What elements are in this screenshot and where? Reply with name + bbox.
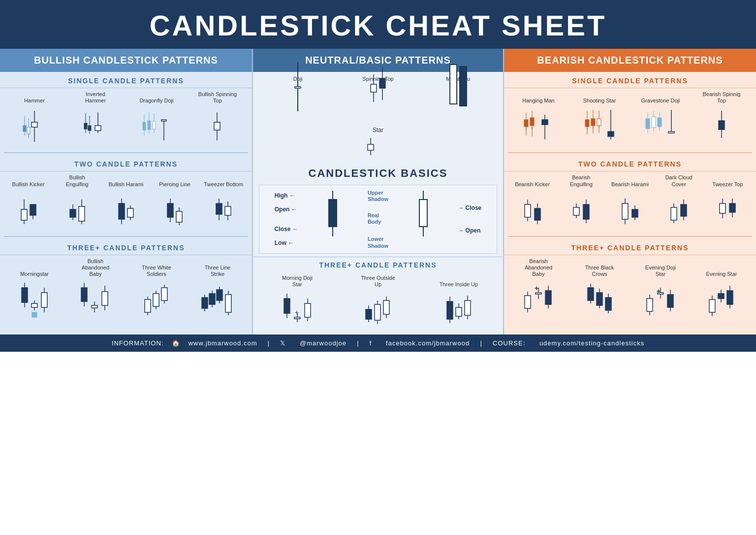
pattern-bullish-abandoned-baby: Bullish Abandoned Baby — [76, 258, 115, 320]
bullish-three-patterns: Morningstar — [0, 255, 252, 324]
basics-bearish-candle — [325, 190, 340, 249]
tweezer-top-candle — [716, 190, 739, 229]
dragonfly-doji-candle — [140, 108, 172, 145]
bearish-harami-candle — [618, 190, 642, 229]
pattern-three-outside-up: Three Outside Up — [358, 275, 398, 330]
svg-rect-19 — [153, 121, 156, 129]
pattern-three-inside-up: Three Inside Up — [439, 281, 478, 330]
svg-rect-142 — [465, 301, 471, 315]
bullish-column: BULLISH CANDLESTICK PATTERNS SINGLE CAND… — [0, 49, 252, 334]
bearish-single-title: SINGLE CANDLE PATTERNS — [504, 72, 756, 88]
marubozu-candle — [446, 60, 471, 124]
pattern-marubozu: Marubozu — [439, 76, 478, 125]
pattern-bullish-harami: Bullish Harami — [106, 181, 146, 230]
svg-rect-192 — [632, 209, 638, 217]
svg-rect-73 — [102, 292, 108, 305]
label-close-right: → Close — [458, 204, 481, 211]
bearish-divider-2 — [508, 236, 752, 237]
svg-rect-201 — [720, 203, 725, 213]
pattern-bullish-kicker: Bullish Kicker — [9, 181, 48, 230]
bearish-single-patterns: Hanging Man — [504, 88, 756, 150]
svg-rect-180 — [535, 208, 540, 220]
svg-rect-105 — [450, 65, 457, 104]
svg-rect-60 — [32, 303, 37, 307]
svg-rect-177 — [525, 204, 531, 217]
svg-rect-82 — [161, 288, 167, 301]
svg-rect-79 — [153, 294, 159, 306]
footer: INFORMATION: 🏠 www.jbmarwood.com | 𝕏 @ma… — [0, 334, 756, 352]
pattern-bullish-spinning-top: Bullish Spinning Top — [198, 91, 237, 146]
svg-rect-106 — [460, 67, 467, 106]
svg-rect-172 — [668, 132, 674, 133]
svg-rect-189 — [622, 203, 628, 219]
svg-rect-108 — [368, 144, 374, 150]
pattern-evening-doji-star: Evening Doji Star + — [641, 265, 680, 320]
basics-bullish-candle — [416, 190, 431, 249]
pattern-gravestone-doji: Gravestone Doji — [641, 98, 680, 146]
bullish-engulfing-candle — [65, 190, 90, 229]
pattern-bearish-spinning-top: Bearish Spinnig Top — [702, 91, 741, 146]
svg-rect-195 — [671, 207, 677, 220]
pattern-piercing-line: Piercing Line — [155, 181, 194, 230]
pattern-three-line-strike: Three Line Strike — [198, 265, 237, 320]
svg-rect-42 — [127, 208, 133, 217]
svg-rect-170 — [658, 118, 662, 127]
bearish-abandoned-baby-candle: + — [521, 277, 556, 319]
svg-rect-242 — [727, 291, 733, 304]
label-upper-shadow: UpperShadow — [368, 190, 388, 202]
svg-rect-10 — [88, 126, 91, 131]
footer-twitter-icon: 𝕏 — [280, 339, 285, 347]
bullish-harami-candle — [114, 190, 138, 229]
pattern-tweezer-bottom: Tweezer Bottom — [204, 181, 243, 230]
svg-rect-226 — [647, 299, 653, 311]
doji-candle — [288, 60, 308, 124]
svg-rect-168 — [652, 117, 656, 128]
svg-rect-57 — [22, 288, 28, 302]
pattern-dragonfly-doji: Dragonfly Doji — [137, 98, 176, 146]
svg-rect-85 — [202, 298, 208, 308]
svg-rect-111 — [329, 200, 337, 227]
svg-rect-100 — [371, 84, 377, 92]
svg-rect-127 — [366, 309, 372, 319]
main-wrapper: CANDLESTICK CHEAT SHEET BULLISH CANDLEST… — [0, 0, 756, 352]
basics-box: High ← Open ← Close ← Low ← UpperShadow — [259, 185, 497, 254]
dark-cloud-cover-candle — [667, 190, 691, 229]
pattern-hanging-man: Hanging Man — [519, 98, 558, 146]
svg-rect-117 — [284, 299, 290, 313]
svg-rect-33 — [70, 209, 76, 217]
footer-website: www.jbmarwood.com — [189, 339, 257, 347]
svg-rect-163 — [608, 132, 614, 136]
inverted-hammer-candle — [81, 108, 110, 145]
bearish-three-patterns: Bearish Abandoned Baby + — [504, 255, 756, 324]
neutral-three-patterns: Morning Doji Star + — [253, 272, 503, 334]
svg-rect-239 — [718, 294, 724, 299]
svg-rect-48 — [176, 211, 182, 222]
bullish-divider-1 — [4, 152, 248, 153]
svg-rect-214 — [545, 291, 551, 304]
svg-rect-27 — [21, 209, 27, 220]
pattern-bearish-harami: Bearish Harami — [610, 181, 650, 230]
svg-rect-160 — [597, 119, 601, 126]
footer-course-url: udemy.com/testing-candlesticks — [539, 339, 644, 347]
svg-rect-145 — [524, 120, 528, 127]
pattern-hammer: Hammer — [15, 98, 54, 146]
hammer-candle — [20, 108, 49, 145]
svg-rect-103 — [379, 78, 385, 88]
svg-rect-8 — [84, 123, 87, 129]
three-outside-up-candle — [362, 288, 394, 330]
morningstar-candle — [17, 277, 52, 319]
svg-rect-230 — [658, 293, 663, 294]
footer-course-label: COURSE: — [493, 339, 525, 347]
basics-flex: High ← Open ← Close ← Low ← UpperShadow — [263, 189, 493, 249]
neutral-column: NEUTRAL/BASIC PATTERNS Doji — [252, 49, 504, 334]
neutral-single-patterns: Doji Spinning Top — [253, 72, 503, 127]
svg-rect-4 — [23, 126, 26, 132]
svg-rect-211 — [536, 293, 541, 294]
bullish-header: BULLISH CANDLESTICK PATTERNS — [0, 49, 252, 72]
svg-rect-157 — [591, 119, 595, 126]
svg-rect-198 — [681, 204, 687, 216]
spinning-top-candle — [367, 60, 389, 124]
bullish-three-title: THREE+ CANDLE PATTERNS — [0, 239, 252, 255]
svg-rect-39 — [119, 203, 125, 219]
columns: BULLISH CANDLESTICK PATTERNS SINGLE CAND… — [0, 49, 756, 334]
